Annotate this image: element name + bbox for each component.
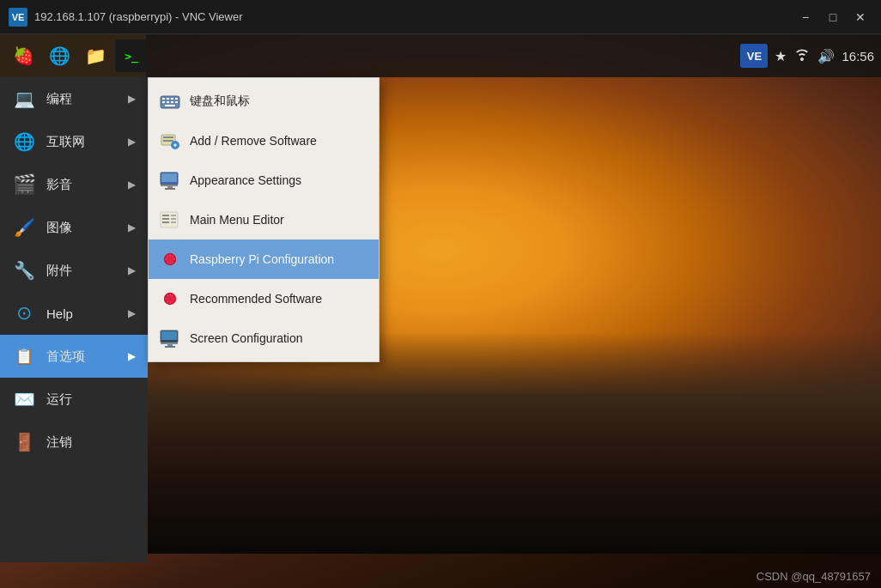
help-icon: ⊙ [12, 301, 36, 325]
svg-rect-18 [161, 185, 178, 186]
submenu-recommended-software[interactable]: Recommended Software [149, 279, 379, 318]
svg-rect-9 [165, 105, 175, 106]
taskbar-right: VE ★ 🔊 16:56 [740, 44, 874, 68]
svg-rect-5 [162, 101, 165, 103]
svg-point-42 [165, 298, 167, 300]
arrow-preferences: ▶ [128, 350, 136, 362]
sidebar-item-internet[interactable]: 🌐 互联网 ▶ [0, 120, 148, 163]
taskbar-app-terminal[interactable]: >_ [115, 39, 148, 72]
submenu-appearance-settings[interactable]: Appearance Settings [149, 161, 379, 200]
svg-rect-24 [162, 221, 169, 223]
svg-rect-27 [171, 221, 176, 223]
submenu-main-menu-editor[interactable]: Main Menu Editor [149, 200, 379, 239]
svg-rect-12 [163, 140, 173, 142]
svg-point-36 [169, 254, 171, 256]
svg-point-40 [167, 294, 168, 296]
preferences-icon: 📋 [12, 344, 36, 368]
minimize-button[interactable]: − [793, 8, 817, 27]
arrow-help: ▶ [128, 307, 136, 319]
vnc-tray-badge: VE [740, 44, 768, 68]
sidebar-label-accessories: 附件 [46, 263, 118, 279]
svg-rect-7 [171, 101, 173, 103]
volume-icon: 🔊 [817, 48, 835, 64]
title-bar-left: VE 192.168.1.107 (raspberrypi) - VNC Vie… [9, 8, 243, 27]
wifi-icon [793, 47, 811, 64]
sidebar-label-help: Help [46, 306, 118, 321]
recommended-label: Recommended Software [190, 292, 322, 306]
programming-icon: 💻 [12, 87, 36, 111]
keyboard-icon [159, 90, 181, 112]
raspberry-config-icon [159, 248, 181, 270]
run-icon: ✉️ [12, 387, 36, 411]
svg-rect-8 [175, 101, 178, 103]
sidebar-item-run[interactable]: ✉️ 运行 [0, 378, 148, 421]
svg-rect-23 [162, 218, 169, 220]
svg-rect-3 [171, 98, 173, 100]
title-bar: VE 192.168.1.107 (raspberrypi) - VNC Vie… [0, 0, 881, 34]
add-remove-label: Add / Remove Software [190, 134, 317, 148]
sidebar-item-logout[interactable]: 🚪 注销 [0, 421, 148, 464]
sidebar-item-accessories[interactable]: 🔧 附件 ▶ [0, 249, 148, 292]
svg-rect-2 [167, 98, 169, 100]
svg-point-41 [172, 294, 173, 296]
taskbar-app-raspberry[interactable]: 🍓 [7, 39, 39, 72]
taskbar: 🍓 🌐 📁 >_ VE ★ 🔊 16:56 [0, 34, 881, 77]
window-title: 192.168.1.107 (raspberrypi) - VNC Viewer [34, 10, 243, 23]
taskbar-app-browser[interactable]: 🌐 [43, 39, 76, 72]
menu-editor-icon [159, 209, 181, 231]
arrow-programming: ▶ [128, 93, 136, 105]
sidebar-label-internet: 互联网 [46, 134, 118, 150]
system-clock: 16:56 [842, 49, 874, 64]
ground-layer [146, 332, 881, 554]
svg-rect-6 [167, 101, 169, 103]
submenu-screen-configuration[interactable]: Screen Configuration [149, 318, 379, 358]
recommended-icon [159, 288, 181, 310]
sidebar-item-graphics[interactable]: 🖌️ 图像 ▶ [0, 206, 148, 249]
sidebar-item-help[interactable]: ⊙ Help ▶ [0, 292, 148, 335]
svg-rect-20 [165, 188, 175, 190]
sidebar-label-programming: 编程 [46, 91, 118, 107]
svg-point-33 [173, 258, 175, 260]
svg-point-35 [172, 261, 173, 263]
close-button[interactable]: ✕ [848, 8, 872, 27]
svg-rect-22 [162, 215, 169, 216]
svg-point-34 [167, 261, 168, 263]
taskbar-apps: 🍓 🌐 📁 >_ [7, 39, 740, 72]
sidebar-label-preferences: 首选项 [46, 349, 118, 365]
watermark: CSDN @qq_48791657 [756, 570, 871, 583]
taskbar-app-filemanager[interactable]: 📁 [79, 39, 112, 72]
bluetooth-icon: ★ [775, 48, 787, 64]
raspberry-config-label: Raspberry Pi Configuration [190, 252, 334, 266]
appearance-icon [159, 169, 181, 191]
svg-rect-26 [171, 218, 176, 220]
svg-rect-15 [175, 143, 176, 147]
sidebar-label-logout: 注销 [46, 434, 136, 451]
svg-point-45 [172, 300, 173, 302]
submenu-keyboard-mouse[interactable]: 键盘和鼠标 [149, 82, 379, 121]
sidebar-item-preferences[interactable]: 📋 首选项 ▶ [0, 335, 148, 378]
svg-point-44 [167, 300, 168, 302]
media-icon: 🎬 [12, 173, 36, 197]
restore-button[interactable]: □ [821, 8, 845, 27]
sidebar-item-programming[interactable]: 💻 编程 ▶ [0, 77, 148, 120]
svg-point-37 [169, 263, 171, 264]
submenu-add-remove-software[interactable]: Add / Remove Software [149, 121, 379, 161]
svg-rect-49 [161, 331, 177, 340]
screen-config-icon [159, 327, 181, 349]
sidebar-item-media[interactable]: 🎬 影音 ▶ [0, 163, 148, 206]
svg-rect-17 [161, 173, 177, 182]
svg-rect-11 [163, 136, 173, 138]
sidebar-label-graphics: 图像 [46, 220, 118, 236]
svg-rect-4 [175, 98, 178, 100]
window-controls: − □ ✕ [793, 8, 872, 27]
svg-rect-52 [165, 346, 175, 348]
keyboard-mouse-label: 键盘和鼠标 [190, 94, 250, 109]
submenu-raspberry-pi-config[interactable]: Raspberry Pi Configuration [149, 239, 379, 279]
svg-point-47 [169, 302, 171, 304]
svg-rect-51 [167, 344, 173, 346]
svg-point-30 [167, 255, 168, 257]
vnc-logo: VE [9, 8, 27, 27]
svg-rect-1 [162, 98, 165, 100]
svg-point-31 [172, 255, 173, 257]
main-content: 🍓 🌐 📁 >_ VE ★ 🔊 16:56 💻 编程 ▶ 🌐 [0, 34, 881, 588]
